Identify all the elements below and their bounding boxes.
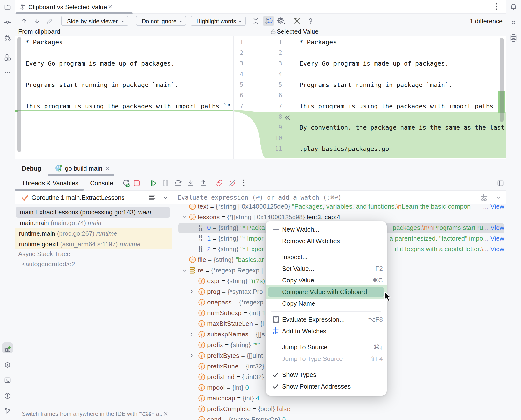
variable-segment-type: {i <box>260 320 264 327</box>
apply-change-left-icon[interactable] <box>284 114 291 121</box>
variable-row-prefixEnd[interactable]: prefixEnd = {uint32} <box>207 371 264 383</box>
structure-icon[interactable] <box>4 54 11 61</box>
editor-kebab-icon[interactable] <box>495 2 498 11</box>
goroutine-dropdown-chevron-icon[interactable] <box>163 195 169 201</box>
menu-item-compare-value-with-clipboard[interactable]: Compare Value with Clipboard <box>282 286 367 298</box>
frames-hint-close-icon[interactable] <box>163 412 168 416</box>
viewer-select[interactable]: Side-by-side viewer <box>61 16 128 26</box>
diff-settings-gear-icon[interactable] <box>277 17 285 25</box>
frame-row[interactable]: runtime.main (proc.go:267) runtime <box>15 228 172 239</box>
variable-row-0[interactable]: 0 = {string} "* Packa <box>207 222 265 233</box>
terminal-icon[interactable] <box>4 377 11 384</box>
rerun-debug-icon[interactable] <box>122 179 130 187</box>
variable-row-file[interactable]: file = {string} "basics.ar <box>198 254 264 265</box>
git-icon[interactable] <box>4 407 11 415</box>
diff-right-line: .play basics/packages.go <box>299 143 505 154</box>
layout-settings-icon[interactable] <box>497 180 504 187</box>
frame-row[interactable]: runtime.goexit (asm_arm64.s:1197) runtim… <box>15 239 172 249</box>
debug-kebab-icon[interactable] <box>242 179 245 187</box>
sync-scroll-toggle[interactable] <box>263 16 274 26</box>
help-icon[interactable] <box>307 17 314 25</box>
menu-item-new-watch[interactable]: New Watch... <box>282 224 319 235</box>
menu-item-add-to-watches[interactable]: Add to Watches <box>282 325 326 337</box>
pull-requests-icon[interactable] <box>4 34 11 41</box>
variable-row-expr[interactable]: expr = {string} "((?s) <box>207 275 265 287</box>
frames-view-options-icon[interactable] <box>149 194 156 201</box>
tab-console[interactable]: Console <box>90 176 113 191</box>
menu-item-show-pointer-addresses[interactable]: Show Pointer Addresses <box>282 381 351 392</box>
variable-chevron-right-icon[interactable] <box>189 331 194 337</box>
variable-chevron-right-icon[interactable] <box>189 289 194 295</box>
variable-chevron-right-icon[interactable] <box>189 353 194 358</box>
diff-left-scrollbar[interactable] <box>17 37 21 152</box>
variable-row-prefix[interactable]: prefix = {string} "*" <box>207 339 260 351</box>
variable-row-prefixComplete[interactable]: prefixComplete = {bool} false <box>207 403 290 415</box>
variable-row-cond[interactable]: cond = {syntax.EmptyOp} 0 <box>207 414 286 420</box>
services-icon[interactable] <box>4 361 11 369</box>
variable-row-prefixRune[interactable]: prefixRune = {int32} <box>207 360 264 372</box>
step-over-icon[interactable] <box>174 179 183 187</box>
variable-row-prefixBytes[interactable]: prefixBytes = {[]uint <box>207 350 263 361</box>
prev-difference-icon[interactable] <box>20 17 28 25</box>
database-icon[interactable] <box>510 34 517 42</box>
variable-f-icon: f <box>198 331 205 338</box>
highlighting-select[interactable]: Highlight words <box>191 16 246 26</box>
variable-row-1[interactable]: 1 = {string} "* Impor <box>207 233 264 244</box>
variable-chevron-down-icon[interactable] <box>182 214 187 220</box>
more-tool-windows-icon[interactable] <box>4 69 11 76</box>
highlighting-select-label: Highlight words <box>196 16 236 26</box>
external-tools-icon[interactable] <box>293 17 301 25</box>
variable-row-re[interactable]: re = {*regexp.Regexp | <box>198 264 263 276</box>
stop-icon[interactable] <box>132 179 141 187</box>
variable-fragment-ell: ... <box>483 245 490 253</box>
variable-row-onepass[interactable]: onepass = {*regexp <box>207 296 264 308</box>
debug-icon[interactable] <box>3 345 12 354</box>
editor-tab-title[interactable]: Clipboard vs Selected Value <box>28 3 107 11</box>
resume-icon[interactable] <box>149 179 157 187</box>
add-watch-icon[interactable] <box>480 193 490 202</box>
ai-assistant-icon[interactable] <box>510 19 517 26</box>
problems-icon[interactable] <box>4 392 11 399</box>
variable-segment-eq: = <box>238 363 246 370</box>
menu-item-show-types[interactable]: Show Types <box>282 369 316 381</box>
frame-row[interactable]: main.ExtractLessons (processing.go:143) … <box>16 207 170 218</box>
variable-row-mpool[interactable]: mpool = {int} 0 <box>207 382 249 393</box>
diff-right-line: Every Go program is made up of packages. <box>299 58 505 69</box>
evaluate-expression-bar[interactable]: Evaluate expression (⏎) or add a watch (… <box>172 191 506 204</box>
variable-row-2[interactable]: 2 = {string} "* Expor <box>207 243 264 255</box>
menu-item-remove-all-watches[interactable]: Remove All Watches <box>282 235 340 247</box>
variable-row-maxBitStateLen[interactable]: maxBitStateLen = {i <box>207 318 264 329</box>
evaluate-expand-chevron-icon[interactable] <box>496 194 501 200</box>
step-out-icon[interactable] <box>199 179 208 187</box>
notifications-icon[interactable] <box>509 3 518 11</box>
commit-icon[interactable] <box>4 19 11 26</box>
variable-row-prog[interactable]: prog = {*syntax.Pro <box>207 286 263 297</box>
debug-session-tab-label[interactable]: go build main <box>65 161 102 176</box>
menu-item-copy-name[interactable]: Copy Name <box>282 298 315 309</box>
edit-icon[interactable] <box>46 17 53 25</box>
editor-tab-close-icon[interactable] <box>108 4 113 9</box>
frame-row[interactable]: main.main (main.go:74) main <box>16 218 170 228</box>
project-icon[interactable] <box>4 3 11 11</box>
variable-segment-eq: = <box>223 341 231 349</box>
diff-right-scrollbar[interactable] <box>500 38 504 122</box>
next-difference-icon[interactable] <box>33 17 41 25</box>
viewer-select-caret-icon <box>120 19 125 24</box>
pause-icon[interactable] <box>161 179 170 187</box>
variable-row-subexpNames[interactable]: subexpNames = {[]s <box>207 328 265 340</box>
mute-breakpoints-icon[interactable] <box>228 179 237 187</box>
step-into-icon[interactable] <box>186 179 195 187</box>
view-breakpoints-icon[interactable] <box>215 179 224 187</box>
menu-item-inspect[interactable]: Inspect... <box>282 251 308 263</box>
variable-segment-eq: = <box>253 320 260 327</box>
variable-segment-eq: = <box>220 288 228 295</box>
collapse-unchanged-icon[interactable] <box>252 17 260 25</box>
variable-chevron-down-icon[interactable] <box>182 267 187 273</box>
debug-session-tab-close-icon[interactable] <box>105 166 110 171</box>
variable-row-matchcap[interactable]: matchcap = {int} 4 <box>207 392 259 404</box>
ignore-policy-select[interactable]: Do not ignore <box>136 16 186 26</box>
ignore-policy-select-caret-icon <box>178 19 183 24</box>
variable-row-numSubexp[interactable]: numSubexp = {int} 1 <box>207 307 266 319</box>
tab-threads-variables[interactable]: Threads & Variables <box>22 176 78 191</box>
async-frame[interactable]: <autogenerated>:2 <box>22 259 75 269</box>
